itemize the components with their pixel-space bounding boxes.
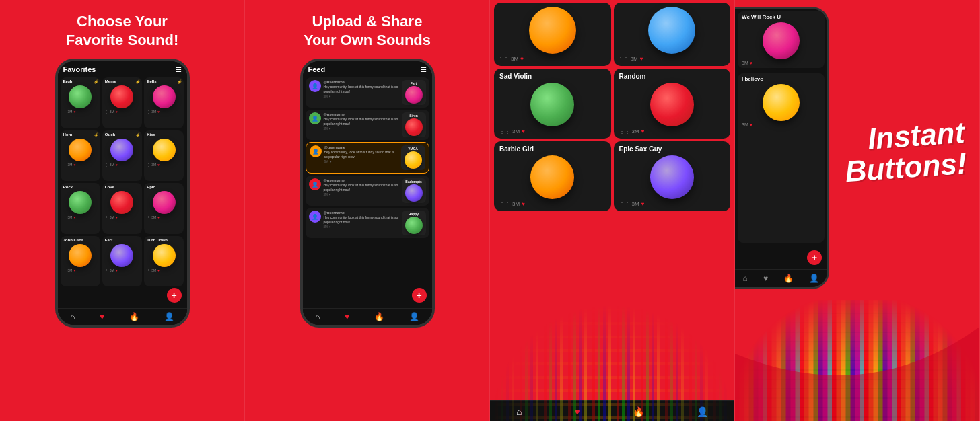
- panel-choose-sound: Choose YourFavorite Sound! Favorites ☰ B…: [0, 0, 245, 421]
- sound-cell[interactable]: Epic ⋮3M♥: [144, 183, 184, 234]
- feed-avatar: 👤: [309, 178, 321, 190]
- trending-nav-icon[interactable]: 🔥: [129, 312, 139, 321]
- profile-nav-icon[interactable]: 👤: [164, 312, 174, 321]
- profile-nav-icon-2[interactable]: 👤: [409, 312, 419, 321]
- feed-item[interactable]: 👤 @username Hey community, look at this …: [306, 208, 429, 238]
- feed-avatar: 👤: [309, 210, 321, 223]
- led-overlay: [490, 303, 734, 421]
- phone-2-title: Feed: [308, 65, 326, 73]
- flash-icon: ⚡: [135, 132, 140, 137]
- sound-cell[interactable]: Horn ⚡ ⋮3M♥: [61, 130, 100, 182]
- fav-nav-4[interactable]: ♥: [763, 274, 768, 283]
- sound-cell[interactable]: Ouch ⚡ ⋮3M♥: [102, 130, 142, 182]
- filter-icon-2[interactable]: ☰: [421, 66, 427, 73]
- trending-nav-icon-2[interactable]: 🔥: [374, 312, 384, 321]
- feed-text: Hey community, look at this funny sound …: [324, 85, 399, 93]
- phone-2: Feed ☰ 👤 @username Hey community, look a…: [300, 59, 435, 328]
- phone-1-title: Favorites: [63, 65, 96, 73]
- feed-text: Hey community, look at this funny sound …: [324, 183, 399, 192]
- flash-icon: ⚡: [94, 79, 98, 84]
- sound-cell[interactable]: Bells ⚡ ⋮3M♥: [144, 77, 184, 128]
- flash-icon: ⚡: [177, 79, 182, 84]
- flash-icon: ⚡: [94, 132, 98, 137]
- feed-sound-card[interactable]: YMCA: [401, 145, 425, 170]
- feed-sound-card[interactable]: Siren: [402, 112, 426, 137]
- trend-nav-4[interactable]: 🔥: [783, 274, 794, 283]
- flash-icon: ⚡: [135, 79, 140, 84]
- feed-list: 👤 @username Hey community, look at this …: [303, 76, 432, 289]
- panel-2-heading: Upload & ShareYour Own Sounds: [304, 12, 431, 49]
- sound-label: We Will Rock U: [742, 14, 781, 20]
- decorative-curve: [735, 273, 979, 421]
- sound-grid: Bruh ⚡ ⋮3M♥ Meme ⚡ ⋮3M♥ Bells ⚡ ⋮3M♥: [58, 76, 187, 288]
- feed-sound-card[interactable]: Badumpts: [402, 178, 426, 203]
- big-sound-button[interactable]: [648, 7, 695, 54]
- feed-avatar: 👤: [309, 80, 321, 92]
- sound-cell[interactable]: Turn Down ⋮3M♥: [144, 236, 184, 287]
- sound-button[interactable]: [763, 84, 800, 121]
- feed-sound-card[interactable]: Fart: [402, 80, 426, 105]
- sound-label: Epic Sax Guy: [619, 145, 662, 153]
- sound-cell[interactable]: Love ⋮3M♥: [102, 183, 142, 234]
- phone-1: Favorites ☰ Bruh ⚡ ⋮3M♥ Meme ⚡ ⋮3M♥: [55, 59, 190, 328]
- big-sound-button[interactable]: [650, 155, 694, 199]
- sound-label: Random: [619, 73, 646, 80]
- home-nav-icon[interactable]: ⌂: [70, 312, 75, 321]
- feed-item[interactable]: 👤 @username Hey community, look at this …: [306, 110, 429, 140]
- sound-cell[interactable]: Bruh ⚡ ⋮3M♥: [61, 77, 100, 128]
- feed-username: @username: [324, 145, 398, 149]
- filter-icon[interactable]: ☰: [176, 66, 182, 73]
- sound-label: Barbie Girl: [499, 145, 534, 153]
- panel-1-heading: Choose YourFavorite Sound!: [66, 12, 178, 49]
- sound-cell[interactable]: Kiss ⋮3M♥: [144, 130, 184, 182]
- sound-cell[interactable]: Rock ⋮3M♥: [61, 183, 100, 234]
- feed-sound-card[interactable]: Happy: [402, 210, 426, 235]
- panel-sound-buttons: ⋮⋮3M♥ ⋮⋮3M♥ Sad Violin ⋮⋮3M♥ Random ⋮⋮3M…: [490, 0, 735, 421]
- feed-text: Hey community, look at this funny sound …: [324, 215, 399, 224]
- bottom-nav: ⌂ ♥ 🔥 👤: [58, 308, 187, 325]
- feed-item[interactable]: 👤 @username Hey community, look at this …: [306, 176, 429, 206]
- add-button[interactable]: +: [807, 250, 822, 265]
- instant-buttons-text: InstantButtons!: [844, 121, 966, 183]
- bottom-nav-2: ⌂ ♥ 🔥 👤: [303, 308, 432, 325]
- feed-username: @username: [324, 210, 399, 215]
- feed-avatar: 👤: [309, 112, 321, 124]
- big-sound-button[interactable]: [650, 83, 694, 126]
- feed-username: @username: [324, 80, 399, 84]
- add-post-button[interactable]: +: [412, 288, 427, 303]
- sound-label: Sad Violin: [499, 73, 532, 80]
- sound-label: I believe: [742, 76, 763, 82]
- favorites-nav-icon[interactable]: ♥: [100, 312, 104, 321]
- sound-button[interactable]: [763, 22, 800, 59]
- home-nav-4[interactable]: ⌂: [743, 274, 748, 283]
- feed-text: Hey community, look at this funny sound …: [324, 150, 398, 159]
- big-sound-button[interactable]: [530, 155, 574, 199]
- big-sound-button[interactable]: [529, 7, 576, 54]
- feed-username: @username: [324, 112, 399, 116]
- sound-cell[interactable]: Fart ⋮3M♥: [102, 236, 142, 287]
- add-sound-button[interactable]: +: [167, 288, 182, 303]
- feed-item[interactable]: 👤 @username Hey community, look at this …: [306, 142, 429, 174]
- feed-avatar: 👤: [310, 145, 322, 157]
- feed-text: Hey community, look at this funny sound …: [324, 117, 399, 126]
- panel-instant-buttons: We Will Rock U 3M♥ I believe 3M♥ + ⌂ ♥ 🔥…: [735, 0, 980, 421]
- home-nav-icon-2[interactable]: ⌂: [315, 312, 320, 321]
- sound-cell[interactable]: John Cena ⋮3M♥: [61, 236, 100, 287]
- feed-item[interactable]: 👤 @username Hey community, look at this …: [306, 77, 429, 108]
- sound-cell[interactable]: Meme ⚡ ⋮3M♥: [102, 77, 142, 128]
- feed-username: @username: [324, 178, 399, 182]
- favorites-nav-icon-2[interactable]: ♥: [345, 312, 349, 321]
- half-phone: We Will Rock U 3M♥ I believe 3M♥ + ⌂ ♥ 🔥…: [735, 7, 829, 289]
- big-sound-button[interactable]: [530, 83, 574, 126]
- profile-nav-4[interactable]: 👤: [809, 274, 819, 283]
- panel-upload-share: Upload & ShareYour Own Sounds Feed ☰ 👤 @…: [245, 0, 490, 421]
